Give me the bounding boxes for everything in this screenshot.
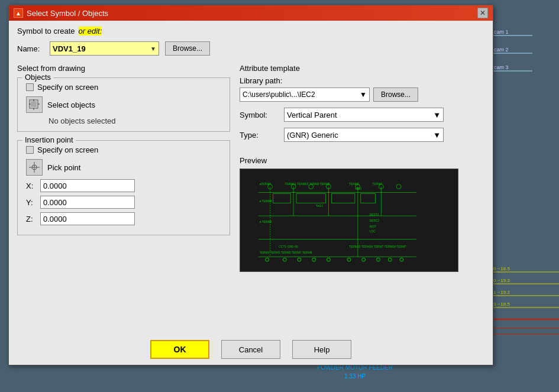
svg-rect-21 — [31, 101, 37, 107]
z-input[interactable] — [40, 212, 135, 225]
lib-path-row: C:\users\public\...\IEC2 ▼ Browse... — [240, 88, 484, 102]
type-field-row: Type: (GNR) Generic ▼ — [240, 128, 484, 142]
insertion-group: Insertion point Specify on screen — [17, 140, 230, 235]
symbol-field-label: Symbol: — [240, 111, 278, 119]
objects-specify-label: Specify on screen — [37, 83, 98, 92]
type-dropdown[interactable]: (GNR) Generic ▼ — [284, 128, 444, 142]
y-row: Y: — [26, 196, 224, 209]
svg-text:TERM0 TERM1  TERM0  TERM7  TER: TERM0 TERM1 TERM0 TERM7 TERM8 — [260, 251, 312, 254]
x-row: X: — [26, 179, 224, 192]
app-icon: ▲ — [14, 8, 23, 18]
name-dropdown-arrow: ▼ — [150, 46, 156, 52]
y-label: Y: — [26, 198, 35, 207]
svg-text:TERM01 TERM02 TERM3 TERM5: TERM01 TERM02 TERM3 TERM5 — [285, 183, 330, 186]
name-row: Name: VDV1_19 ▼ Browse... — [17, 41, 484, 56]
y-input[interactable] — [40, 196, 135, 209]
select-objects-label: Select objects — [47, 101, 95, 109]
lib-path-value: C:\users\public\...\IEC2 — [243, 90, 315, 99]
right-column: Attribute template Library path: C:\user… — [240, 64, 484, 325]
svg-text:LOC: LOC — [370, 230, 376, 233]
symbol-field-row: Symbol: Vertical Parent ▼ — [240, 108, 484, 122]
lib-browse-button[interactable]: Browse... — [373, 88, 418, 102]
attr-template-label: Attribute template — [240, 64, 484, 73]
objects-group-title: Objects — [22, 73, 53, 82]
svg-text:TERM6: TERM6 — [349, 183, 359, 186]
svg-text:1,33 HP: 1,33 HP — [344, 373, 366, 380]
symbol-dropdown[interactable]: Vertical Parent ▼ — [284, 108, 444, 122]
title-bar: ▲ Select Symbol / Objects ✕ — [9, 5, 493, 21]
name-browse-button[interactable]: Browse... — [165, 41, 210, 56]
symbol-dropdown-arrow: ▼ — [433, 111, 441, 119]
symbol-static-label: Symbol to create — [17, 27, 75, 35]
pick-point-icon[interactable] — [26, 159, 43, 176]
ok-button[interactable]: OK — [150, 340, 209, 359]
name-label: Name: — [17, 44, 44, 53]
left-column: Select from drawing Objects Specify on s… — [17, 64, 230, 325]
select-from-drawing-label: Select from drawing — [17, 64, 230, 73]
svg-text:INST: INST — [370, 225, 376, 228]
z-row: Z: — [26, 212, 224, 225]
name-dropdown-value: VDV1_19 — [53, 44, 86, 53]
svg-text:♦ TERM8: ♦ TERM8 — [260, 200, 272, 203]
dialog-title: Select Symbol / Objects — [27, 9, 108, 18]
button-row: OK Cancel Help — [9, 331, 493, 365]
type-field-label: Type: — [240, 131, 278, 140]
symbol-highlight-label: or edit: — [79, 27, 102, 35]
svg-text:♦TERM4: ♦TERM4 — [260, 183, 272, 186]
svg-text:+20V: +20V — [355, 187, 362, 190]
attr-template-section: Attribute template Library path: C:\user… — [240, 64, 484, 148]
svg-text:TAG1: TAG1 — [316, 205, 324, 208]
symbol-dropdown-value: Vertical Parent — [287, 111, 337, 119]
pick-point-label: Pick point — [47, 163, 80, 172]
lib-path-arrow: ▼ — [360, 90, 367, 99]
pick-point-row: Pick point — [26, 159, 224, 176]
x-input[interactable] — [40, 179, 135, 192]
select-objects-icon[interactable] — [26, 96, 43, 113]
preview-section: Preview — [240, 156, 484, 272]
name-dropdown[interactable]: VDV1_19 ▼ — [50, 41, 159, 56]
insertion-group-title: Insertion point — [22, 135, 76, 144]
cancel-button[interactable]: Cancel — [221, 340, 280, 359]
objects-group: Objects Specify on screen — [17, 77, 230, 132]
svg-text:CCT1   GND   A0: CCT1 GND A0 — [279, 245, 298, 248]
lib-path-dropdown[interactable]: C:\users\public\...\IEC2 ▼ — [240, 88, 370, 102]
main-columns: Select from drawing Objects Specify on s… — [17, 64, 484, 325]
title-bar-left: ▲ Select Symbol / Objects — [14, 8, 108, 18]
preview-label: Preview — [240, 156, 484, 165]
type-dropdown-value: (GNR) Generic — [287, 131, 338, 140]
dialog-content: Symbol to create or edit: Name: VDV1_19 … — [9, 21, 493, 331]
z-label: Z: — [26, 215, 35, 223]
symbol-row: Symbol to create or edit: — [17, 27, 484, 35]
insertion-specify-label: Specify on screen — [37, 145, 98, 154]
svg-text:cam 3: cam 3 — [494, 64, 509, 70]
help-button[interactable]: Help — [292, 340, 351, 359]
svg-text:cam 2: cam 2 — [494, 47, 509, 53]
lib-path-label: Library path: — [240, 76, 484, 85]
svg-text:DEST1: DEST1 — [370, 213, 379, 216]
svg-text:cam 1: cam 1 — [494, 29, 509, 35]
svg-text:TERM7: TERM7 — [373, 183, 383, 186]
dialog-box: ▲ Select Symbol / Objects ✕ Symbol to cr… — [8, 5, 493, 365]
objects-specify-checkbox[interactable] — [26, 83, 34, 91]
svg-text:DESC2: DESC2 — [370, 219, 380, 222]
insertion-specify-row: Specify on screen — [26, 145, 224, 154]
select-objects-row: Select objects — [26, 96, 224, 113]
no-objects-label: No objects selected — [49, 116, 224, 125]
type-dropdown-arrow: ▼ — [433, 131, 441, 140]
preview-area: ♦TERM4 TERM01 TERM02 TERM3 TERM5 TERM6 +… — [240, 169, 458, 272]
objects-specify-row: Specify on screen — [26, 83, 224, 92]
svg-text:TERM15 TERM16  TERM7  TERM18  : TERM15 TERM16 TERM7 TERM18 TERM? — [349, 245, 406, 248]
close-button[interactable]: ✕ — [477, 8, 488, 18]
svg-text:♦ TERM9: ♦ TERM9 — [260, 221, 272, 223]
insertion-specify-checkbox[interactable] — [26, 146, 34, 154]
x-label: X: — [26, 182, 35, 190]
